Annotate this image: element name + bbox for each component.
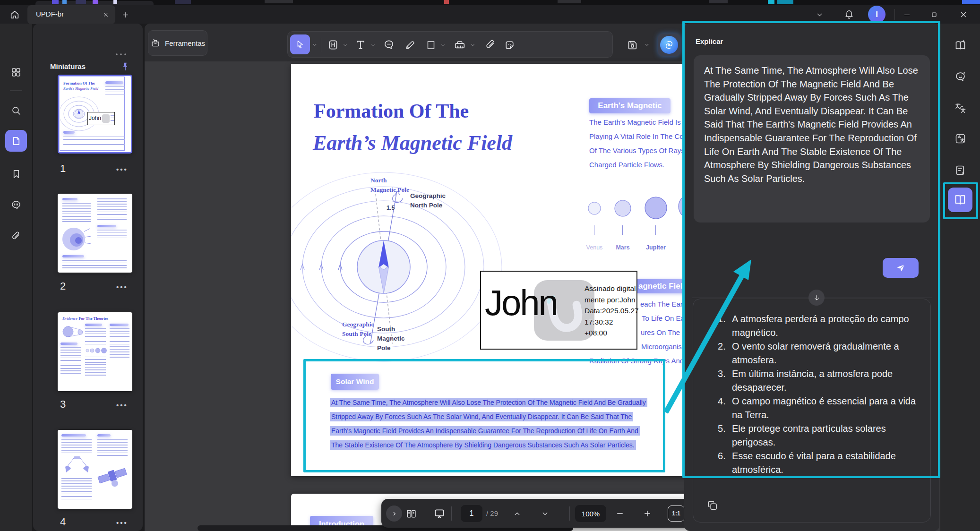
solar-wind-line3: Earth's Magnetic Field Provides An Indis…	[330, 427, 640, 435]
window-menu-chevron[interactable]	[812, 9, 827, 21]
pin-button[interactable]	[118, 60, 132, 74]
rail-grid-button[interactable]	[8, 64, 24, 80]
thumbnail-page-4[interactable]	[58, 430, 132, 509]
thumbnail-4-menu[interactable]: •••	[116, 519, 128, 527]
heading-tool[interactable]	[325, 37, 341, 53]
text-tool-chevron[interactable]	[369, 40, 377, 50]
rail-translate-button[interactable]	[952, 100, 968, 116]
tools-divider	[321, 38, 321, 52]
cursor-tool-chevron[interactable]	[310, 40, 319, 50]
new-tab-button[interactable]	[119, 9, 131, 21]
text-tool[interactable]	[352, 37, 369, 53]
maximize-button[interactable]	[926, 8, 942, 22]
bookmark-icon	[11, 169, 22, 180]
measure-tool-chevron[interactable]	[469, 40, 476, 50]
close-window-button[interactable]	[955, 8, 971, 22]
thumbnail-3-menu[interactable]: •••	[116, 401, 128, 409]
copy-response-button[interactable]	[705, 497, 721, 514]
ferramentas-button[interactable]: Ferramentas	[148, 30, 207, 56]
rail-book-sparkle-button[interactable]	[952, 37, 968, 53]
quoted-text-box[interactable]: At The Same Time, The Atmosphere Will Al…	[694, 55, 930, 223]
thumb3-title-em: Evidence	[62, 316, 77, 321]
rail-bookmarks-button[interactable]	[8, 166, 24, 182]
thumbnail-page-3[interactable]: Evidence For The Theories	[58, 312, 132, 391]
send-button[interactable]	[883, 258, 919, 278]
heading-tool-chevron[interactable]	[341, 40, 349, 50]
attach-tool[interactable]	[482, 37, 499, 53]
actual-size-button[interactable]: 1:1	[668, 505, 685, 522]
rail-reader-button-selected[interactable]	[948, 188, 972, 212]
document-tab[interactable]: UPDF-br	[27, 5, 115, 24]
maximize-icon	[930, 11, 938, 18]
measure-tool[interactable]	[451, 37, 468, 53]
pen-tool[interactable]	[402, 37, 418, 53]
notifications-button[interactable]	[842, 8, 856, 22]
label-geographic-north-pole: GeographicNorth Pole	[410, 191, 446, 210]
save-chevron[interactable]	[643, 40, 651, 50]
next-page-button[interactable]	[537, 505, 553, 522]
shape-tool-chevron[interactable]	[439, 40, 447, 50]
thumb4-badge-a	[61, 434, 86, 437]
translate-box-icon	[954, 132, 967, 145]
comment-icon	[10, 199, 22, 211]
thumb2-col2	[97, 198, 127, 222]
thumb2-badge-c	[62, 255, 84, 257]
shape-tool[interactable]	[423, 37, 439, 53]
presentation-button[interactable]	[431, 505, 447, 522]
thumb3-title-rest: For The Theories	[77, 316, 108, 321]
ruler-icon	[453, 38, 466, 51]
panel-drag-handle[interactable]	[109, 51, 133, 58]
rail-search-button[interactable]	[8, 103, 24, 119]
two-page-icon	[405, 508, 417, 520]
toolbox-icon	[150, 38, 161, 48]
rail-summary-button[interactable]	[952, 162, 968, 178]
thumbnail-page-1[interactable]: Formation Of The Earth’s Magnetic Field …	[58, 75, 132, 154]
ai-response-container: A atmosfera perderá a proteção do campo …	[693, 299, 931, 522]
thumb3-badge-a	[60, 343, 77, 345]
book-sparkle-icon	[954, 39, 967, 51]
ai-assistant-button[interactable]	[658, 34, 680, 56]
planet-label-jupiter: Jupiter	[645, 244, 667, 251]
home-button[interactable]	[6, 7, 24, 23]
thumb3-col2a	[85, 328, 106, 344]
page-number-input[interactable]: 1	[461, 505, 482, 522]
thumb2-bottom	[62, 260, 127, 269]
previous-page-button[interactable]	[509, 505, 525, 522]
avatar[interactable]: I	[868, 6, 885, 23]
explain-panel-title: Explicar	[696, 37, 723, 45]
pdf-rightcol-line3: Of The Various Types Of Rays i	[589, 146, 688, 154]
rail-comments-button[interactable]	[8, 197, 24, 213]
expand-toolbar-button[interactable]	[386, 505, 402, 522]
save-button[interactable]	[624, 36, 641, 53]
page-layout-button[interactable]	[403, 505, 419, 522]
tab-close-button[interactable]	[100, 9, 112, 20]
sticker-tool[interactable]	[501, 37, 517, 53]
thumb3-title: Evidence For The Theories	[62, 316, 108, 321]
zoom-out-button[interactable]	[612, 505, 628, 522]
thumbnail-2-number: 2	[60, 280, 66, 292]
chevron-down-icon	[816, 11, 824, 19]
thumb1-badge	[105, 81, 123, 84]
minimize-button[interactable]	[899, 8, 915, 22]
zoom-in-button[interactable]	[639, 505, 655, 522]
thumbnail-page-2[interactable]	[58, 194, 132, 273]
comment-tool[interactable]	[381, 37, 397, 53]
signature-details: Assinado digital mente por:John Data:202…	[585, 283, 637, 339]
pdf-fragment-1: each The Earth	[640, 300, 688, 308]
cursor-tool-selected[interactable]	[290, 34, 310, 54]
pdf-page-1[interactable]: Formation Of The Earth’s Magnetic Field …	[291, 64, 716, 476]
avatar-letter: I	[876, 10, 878, 19]
thumbnail-2-menu[interactable]: •••	[116, 283, 128, 291]
titlebar-divider	[894, 9, 895, 20]
titlebar: UPDF-br I	[0, 5, 980, 24]
signature-stamp[interactable]: John Assinado digital mente por:John Dat…	[480, 271, 637, 350]
zoom-input[interactable]: 100%	[575, 505, 606, 522]
thumbnail-1-menu[interactable]: •••	[116, 165, 128, 173]
pen-icon	[404, 39, 416, 51]
rail-translate-box-button[interactable]	[952, 130, 968, 146]
rail-attachments-button[interactable]	[8, 228, 24, 244]
thumb3-col1	[60, 347, 81, 374]
rail-thumbnails-button-selected[interactable]	[5, 130, 27, 152]
rail-ai-chat-button[interactable]	[952, 69, 968, 85]
home-icon	[9, 9, 20, 20]
